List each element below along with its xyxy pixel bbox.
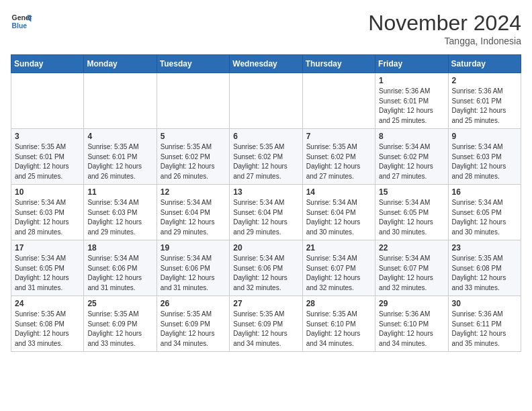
day-number: 2 <box>452 76 517 85</box>
col-header-sunday: Sunday <box>11 55 84 73</box>
day-number: 18 <box>87 243 152 253</box>
calendar-cell: 25Sunrise: 5:35 AM Sunset: 6:09 PM Dayli… <box>84 296 157 352</box>
calendar-cell: 16Sunrise: 5:34 AM Sunset: 6:05 PM Dayli… <box>448 185 521 240</box>
col-header-monday: Monday <box>84 55 157 73</box>
day-info: Sunrise: 5:36 AM Sunset: 6:01 PM Dayligh… <box>379 87 444 126</box>
calendar-cell <box>230 73 302 129</box>
location-subtitle: Tangga, Indonesia <box>368 36 521 46</box>
day-info: Sunrise: 5:35 AM Sunset: 6:08 PM Dayligh… <box>15 310 80 349</box>
calendar-cell: 23Sunrise: 5:35 AM Sunset: 6:08 PM Dayli… <box>448 240 521 296</box>
day-info: Sunrise: 5:35 AM Sunset: 6:02 PM Dayligh… <box>161 142 226 181</box>
calendar-cell: 3Sunrise: 5:35 AM Sunset: 6:01 PM Daylig… <box>11 129 84 185</box>
day-number: 24 <box>15 299 80 308</box>
calendar-cell: 9Sunrise: 5:34 AM Sunset: 6:03 PM Daylig… <box>448 129 521 185</box>
day-info: Sunrise: 5:35 AM Sunset: 6:01 PM Dayligh… <box>15 142 80 181</box>
day-number: 12 <box>161 187 226 197</box>
calendar-cell: 12Sunrise: 5:34 AM Sunset: 6:04 PM Dayli… <box>157 185 229 240</box>
calendar-week-1: 1Sunrise: 5:36 AM Sunset: 6:01 PM Daylig… <box>11 73 521 129</box>
day-info: Sunrise: 5:35 AM Sunset: 6:08 PM Dayligh… <box>452 254 517 293</box>
day-number: 8 <box>379 132 444 141</box>
day-number: 1 <box>379 76 444 85</box>
day-info: Sunrise: 5:36 AM Sunset: 6:01 PM Dayligh… <box>452 87 517 126</box>
day-number: 15 <box>379 187 444 197</box>
day-info: Sunrise: 5:34 AM Sunset: 6:06 PM Dayligh… <box>161 254 226 293</box>
calendar-cell: 28Sunrise: 5:35 AM Sunset: 6:10 PM Dayli… <box>302 296 375 352</box>
day-info: Sunrise: 5:34 AM Sunset: 6:07 PM Dayligh… <box>379 254 444 293</box>
day-number: 3 <box>15 132 80 141</box>
day-info: Sunrise: 5:34 AM Sunset: 6:06 PM Dayligh… <box>87 254 152 293</box>
day-info: Sunrise: 5:34 AM Sunset: 6:03 PM Dayligh… <box>452 142 517 181</box>
calendar-week-4: 17Sunrise: 5:34 AM Sunset: 6:05 PM Dayli… <box>11 240 521 296</box>
day-number: 6 <box>233 132 298 141</box>
calendar-cell: 7Sunrise: 5:35 AM Sunset: 6:02 PM Daylig… <box>302 129 375 185</box>
col-header-thursday: Thursday <box>302 55 375 73</box>
day-number: 9 <box>452 132 517 141</box>
day-info: Sunrise: 5:34 AM Sunset: 6:04 PM Dayligh… <box>233 198 298 237</box>
day-info: Sunrise: 5:34 AM Sunset: 6:05 PM Dayligh… <box>452 198 517 237</box>
calendar-table: SundayMondayTuesdayWednesdayThursdayFrid… <box>11 54 521 352</box>
calendar-cell: 17Sunrise: 5:34 AM Sunset: 6:05 PM Dayli… <box>11 240 84 296</box>
calendar-cell: 10Sunrise: 5:34 AM Sunset: 6:03 PM Dayli… <box>11 185 84 240</box>
calendar-week-3: 10Sunrise: 5:34 AM Sunset: 6:03 PM Dayli… <box>11 185 521 240</box>
day-info: Sunrise: 5:36 AM Sunset: 6:11 PM Dayligh… <box>452 310 517 349</box>
day-number: 11 <box>87 187 152 197</box>
day-info: Sunrise: 5:34 AM Sunset: 6:03 PM Dayligh… <box>87 198 152 237</box>
day-info: Sunrise: 5:35 AM Sunset: 6:09 PM Dayligh… <box>233 310 298 349</box>
day-info: Sunrise: 5:35 AM Sunset: 6:09 PM Dayligh… <box>161 310 226 349</box>
day-number: 28 <box>306 299 371 308</box>
day-number: 25 <box>87 299 152 308</box>
day-number: 16 <box>452 187 517 197</box>
day-number: 13 <box>233 187 298 197</box>
day-number: 4 <box>87 132 152 141</box>
day-info: Sunrise: 5:36 AM Sunset: 6:10 PM Dayligh… <box>379 310 444 349</box>
calendar-cell: 14Sunrise: 5:34 AM Sunset: 6:04 PM Dayli… <box>302 185 375 240</box>
page-header: General Blue November 2024 Tangga, Indon… <box>11 11 521 46</box>
calendar-cell: 20Sunrise: 5:34 AM Sunset: 6:06 PM Dayli… <box>230 240 302 296</box>
calendar-cell: 13Sunrise: 5:34 AM Sunset: 6:04 PM Dayli… <box>230 185 302 240</box>
calendar-week-5: 24Sunrise: 5:35 AM Sunset: 6:08 PM Dayli… <box>11 296 521 352</box>
day-info: Sunrise: 5:34 AM Sunset: 6:04 PM Dayligh… <box>306 198 371 237</box>
day-number: 7 <box>306 132 371 141</box>
day-number: 29 <box>379 299 444 308</box>
calendar-cell <box>157 73 229 129</box>
calendar-cell: 26Sunrise: 5:35 AM Sunset: 6:09 PM Dayli… <box>157 296 229 352</box>
day-number: 19 <box>161 243 226 253</box>
calendar-week-2: 3Sunrise: 5:35 AM Sunset: 6:01 PM Daylig… <box>11 129 521 185</box>
day-info: Sunrise: 5:35 AM Sunset: 6:09 PM Dayligh… <box>87 310 152 349</box>
day-number: 23 <box>452 243 517 253</box>
day-number: 27 <box>233 299 298 308</box>
day-info: Sunrise: 5:35 AM Sunset: 6:10 PM Dayligh… <box>306 310 371 349</box>
day-number: 30 <box>452 299 517 308</box>
calendar-cell: 1Sunrise: 5:36 AM Sunset: 6:01 PM Daylig… <box>375 73 448 129</box>
day-number: 17 <box>15 243 80 253</box>
calendar-cell <box>302 73 375 129</box>
calendar-cell: 15Sunrise: 5:34 AM Sunset: 6:05 PM Dayli… <box>375 185 448 240</box>
day-info: Sunrise: 5:34 AM Sunset: 6:04 PM Dayligh… <box>161 198 226 237</box>
col-header-friday: Friday <box>375 55 448 73</box>
calendar-cell: 19Sunrise: 5:34 AM Sunset: 6:06 PM Dayli… <box>157 240 229 296</box>
svg-text:Blue: Blue <box>12 22 28 30</box>
calendar-cell: 29Sunrise: 5:36 AM Sunset: 6:10 PM Dayli… <box>375 296 448 352</box>
calendar-cell: 22Sunrise: 5:34 AM Sunset: 6:07 PM Dayli… <box>375 240 448 296</box>
col-header-wednesday: Wednesday <box>230 55 302 73</box>
calendar-cell: 11Sunrise: 5:34 AM Sunset: 6:03 PM Dayli… <box>84 185 157 240</box>
day-number: 5 <box>161 132 226 141</box>
calendar-cell <box>84 73 157 129</box>
calendar-cell: 8Sunrise: 5:34 AM Sunset: 6:02 PM Daylig… <box>375 129 448 185</box>
calendar-cell: 27Sunrise: 5:35 AM Sunset: 6:09 PM Dayli… <box>230 296 302 352</box>
logo-icon: General Blue <box>11 11 32 32</box>
day-info: Sunrise: 5:35 AM Sunset: 6:02 PM Dayligh… <box>306 142 371 181</box>
calendar-cell: 4Sunrise: 5:35 AM Sunset: 6:01 PM Daylig… <box>84 129 157 185</box>
calendar-cell: 18Sunrise: 5:34 AM Sunset: 6:06 PM Dayli… <box>84 240 157 296</box>
col-header-tuesday: Tuesday <box>157 55 229 73</box>
day-info: Sunrise: 5:35 AM Sunset: 6:02 PM Dayligh… <box>233 142 298 181</box>
day-number: 21 <box>306 243 371 253</box>
day-info: Sunrise: 5:34 AM Sunset: 6:03 PM Dayligh… <box>15 198 80 237</box>
day-number: 26 <box>161 299 226 308</box>
calendar-cell: 6Sunrise: 5:35 AM Sunset: 6:02 PM Daylig… <box>230 129 302 185</box>
calendar-cell <box>11 73 84 129</box>
logo: General Blue <box>11 11 32 32</box>
calendar-cell: 21Sunrise: 5:34 AM Sunset: 6:07 PM Dayli… <box>302 240 375 296</box>
day-info: Sunrise: 5:34 AM Sunset: 6:06 PM Dayligh… <box>233 254 298 293</box>
month-title: November 2024 <box>368 11 521 36</box>
